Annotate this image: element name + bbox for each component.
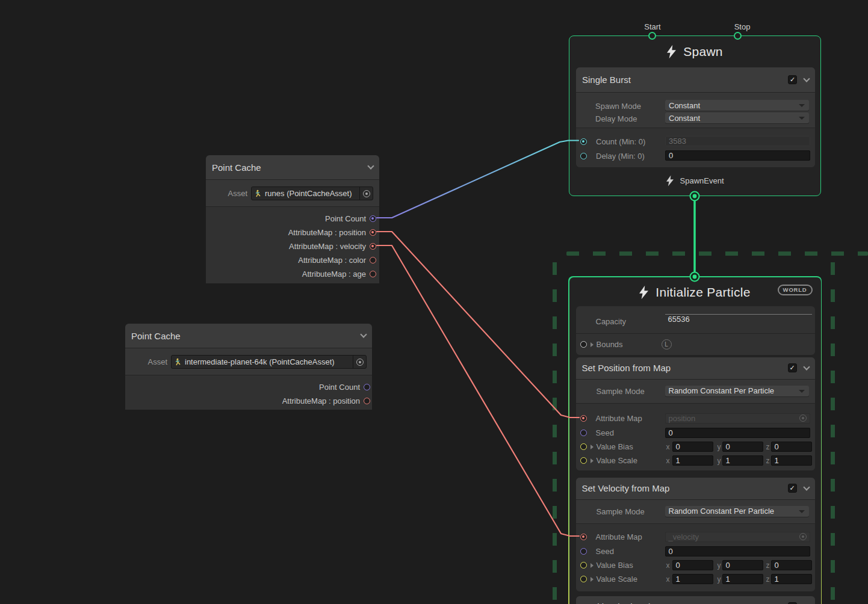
block-enabled-checkbox[interactable] bbox=[788, 363, 797, 372]
seed-input-port[interactable] bbox=[580, 430, 587, 436]
delay-label: Delay (Min: 0) bbox=[596, 152, 645, 161]
bounds-input-port[interactable] bbox=[580, 341, 587, 348]
point-count-output-port[interactable] bbox=[370, 215, 376, 222]
seed-field[interactable]: 0 bbox=[665, 546, 810, 556]
expander-triangle-icon[interactable] bbox=[591, 342, 594, 347]
attributemap-velocity-label: AttributeMap : velocity bbox=[289, 242, 366, 251]
delay-field[interactable]: 0 bbox=[665, 150, 810, 161]
spawn-event-label: SpawnEvent bbox=[680, 176, 724, 185]
delay-mode-label: Delay Mode bbox=[595, 114, 637, 123]
world-space-badge[interactable]: WORLD bbox=[778, 285, 813, 295]
attributemap-color-output-port[interactable] bbox=[370, 257, 376, 263]
asset-label: Asset bbox=[228, 189, 247, 198]
point-count-label: Point Count bbox=[319, 383, 360, 392]
point-count-label: Point Count bbox=[325, 214, 366, 223]
z-axis-label: z bbox=[766, 457, 770, 465]
value-scale-y-field[interactable]: 1 bbox=[722, 455, 763, 466]
spawn-mode-label: Spawn Mode bbox=[595, 102, 641, 111]
edge-pointcount-to-count[interactable] bbox=[377, 141, 578, 218]
count-label: Count (Min: 0) bbox=[596, 137, 645, 146]
x-axis-label: x bbox=[666, 561, 670, 570]
attribute-map-label: Attribute Map bbox=[596, 414, 642, 423]
spawn-event-icon bbox=[666, 175, 674, 186]
value-bias-y-field[interactable]: 0 bbox=[722, 560, 763, 570]
sample-mode-dropdown[interactable]: Random Constant Per Particle bbox=[665, 506, 809, 517]
x-axis-label: x bbox=[666, 575, 670, 584]
set-position-from-map-block[interactable]: Set Position from Map Sample Mode Random… bbox=[576, 357, 815, 470]
sample-mode-dropdown[interactable]: Random Constant Per Particle bbox=[665, 386, 809, 396]
system-border-right bbox=[831, 262, 835, 604]
edge-velocity-to-attributemap[interactable] bbox=[377, 245, 579, 536]
chevron-down-icon[interactable] bbox=[803, 363, 810, 370]
count-input-port[interactable] bbox=[580, 138, 587, 145]
point-count-output-port[interactable] bbox=[364, 384, 370, 390]
asset-object-field[interactable]: runes (PointCacheAsset) bbox=[251, 186, 373, 200]
position-sphere-block[interactable]: Position (Sphere) bbox=[576, 596, 815, 604]
edge-position-to-attributemap[interactable] bbox=[377, 232, 579, 418]
delay-mode-dropdown[interactable]: Constant bbox=[665, 112, 809, 123]
attributemap-velocity-output-port[interactable] bbox=[370, 243, 376, 250]
attributemap-position-output-port[interactable] bbox=[370, 229, 376, 236]
object-picker-icon bbox=[799, 533, 807, 540]
attributemap-age-output-port[interactable] bbox=[370, 271, 376, 277]
chevron-down-icon[interactable] bbox=[360, 331, 367, 337]
value-scale-x-field[interactable]: 1 bbox=[672, 455, 713, 466]
block-title: Set Velocity from Map bbox=[582, 483, 788, 493]
block-enabled-checkbox[interactable] bbox=[788, 484, 797, 493]
system-border-left bbox=[553, 262, 557, 604]
attribute-map-label: Attribute Map bbox=[596, 532, 642, 541]
block-title: Position (Sphere) bbox=[582, 602, 788, 604]
block-enabled-checkbox[interactable] bbox=[788, 75, 797, 84]
asset-value: runes (PointCacheAsset) bbox=[262, 189, 359, 198]
object-picker-icon bbox=[363, 190, 370, 197]
asset-object-field[interactable]: intermediate-planet-64k (PointCacheAsset… bbox=[171, 355, 367, 369]
initialize-particle-node[interactable]: Initialize Particle WORLD Capacity 65536… bbox=[568, 276, 822, 604]
z-axis-label: z bbox=[766, 575, 770, 584]
attribute-map-input-port[interactable] bbox=[580, 415, 587, 422]
vfx-graph-canvas[interactable]: Start Stop Spawn Single Burst Spawn Mode… bbox=[0, 0, 868, 604]
spawn-context-icon bbox=[667, 45, 676, 59]
attributemap-position-output-port[interactable] bbox=[364, 398, 370, 404]
seed-field[interactable]: 0 bbox=[665, 428, 810, 438]
value-bias-z-field[interactable]: 0 bbox=[771, 560, 812, 570]
attribute-map-input-port[interactable] bbox=[580, 534, 587, 540]
object-picker[interactable] bbox=[353, 356, 366, 368]
node-title: Spawn bbox=[683, 45, 723, 59]
chevron-down-icon[interactable] bbox=[803, 75, 810, 82]
chevron-down-icon[interactable] bbox=[803, 484, 810, 490]
y-axis-label: y bbox=[718, 457, 721, 465]
value-scale-z-field[interactable]: 1 bbox=[771, 574, 812, 584]
stop-port[interactable] bbox=[734, 32, 742, 40]
value-bias-x-field[interactable]: 0 bbox=[672, 560, 713, 570]
capacity-field[interactable]: 65536 bbox=[665, 314, 812, 324]
capacity-label: Capacity bbox=[596, 317, 627, 326]
set-velocity-from-map-block[interactable]: Set Velocity from Map Sample Mode Random… bbox=[576, 478, 815, 591]
value-scale-x-field[interactable]: 1 bbox=[672, 574, 713, 584]
y-axis-label: y bbox=[718, 575, 721, 584]
value-scale-y-field[interactable]: 1 bbox=[722, 574, 763, 584]
point-cache-asset-icon bbox=[174, 358, 182, 366]
value-scale-z-field[interactable]: 1 bbox=[771, 455, 812, 466]
delay-input-port[interactable] bbox=[580, 153, 587, 159]
point-cache-planet-node[interactable]: Point Cache Asset intermediate-planet-64… bbox=[125, 324, 372, 410]
node-title: Point Cache bbox=[131, 331, 361, 341]
stop-port-label: Stop bbox=[734, 22, 751, 31]
attributemap-age-label: AttributeMap : age bbox=[302, 270, 366, 279]
point-cache-runes-node[interactable]: Point Cache Asset runes (PointCacheAsset… bbox=[206, 155, 379, 283]
value-bias-z-field[interactable]: 0 bbox=[771, 442, 812, 452]
start-port[interactable] bbox=[648, 32, 656, 40]
value-bias-y-field[interactable]: 0 bbox=[722, 442, 763, 452]
attribute-map-field: position bbox=[665, 413, 810, 424]
spawn-node[interactable]: Start Stop Spawn Single Burst Spawn Mode… bbox=[569, 35, 821, 196]
spawn-mode-dropdown[interactable]: Constant bbox=[665, 100, 809, 111]
z-axis-label: z bbox=[766, 561, 770, 570]
chevron-down-icon[interactable] bbox=[367, 162, 374, 169]
local-space-badge[interactable]: L bbox=[662, 339, 672, 350]
object-picker[interactable] bbox=[359, 187, 373, 200]
count-field: 3583 bbox=[665, 136, 810, 146]
bounds-label: Bounds bbox=[597, 340, 623, 349]
single-burst-block[interactable]: Single Burst Spawn Mode Constant Delay M… bbox=[576, 67, 815, 167]
seed-input-port[interactable] bbox=[580, 548, 587, 555]
attributemap-color-label: AttributeMap : color bbox=[298, 256, 366, 265]
value-bias-x-field[interactable]: 0 bbox=[672, 442, 713, 452]
